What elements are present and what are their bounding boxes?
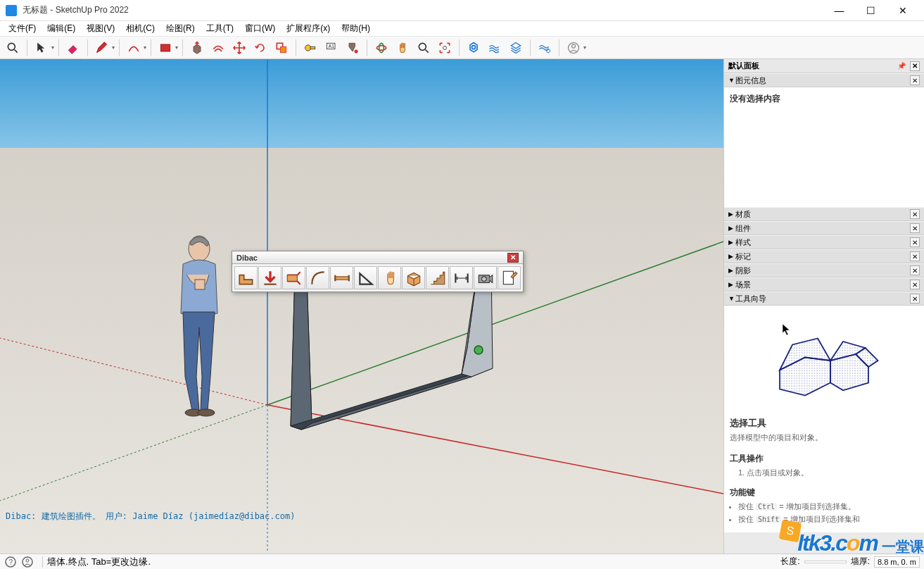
paint-tool[interactable] [343,38,362,58]
instructor-body: 选择工具 选择模型中的项目和对象。 工具操作 1. 点击项目或对象。 功能键 按… [724,306,924,532]
svg-text:A1: A1 [329,44,334,49]
svg-rect-2 [160,44,170,51]
close-button[interactable]: ✕ [887,0,918,21]
dibac-box-tool[interactable] [402,266,425,289]
zoom-extents-tool[interactable] [435,38,455,58]
tray-title[interactable]: 默认面板 📌 ✕ [724,59,924,73]
collapse-icon: ▶ [728,281,735,288]
orbit-tool[interactable] [372,38,391,58]
panel-header-entity[interactable]: ▼ 图元信息 ✕ [724,73,924,87]
select-dropdown-icon[interactable]: ▾ [51,44,54,51]
panel-close-entity[interactable]: ✕ [910,75,920,85]
menu-help[interactable]: 帮助(H) [336,21,376,36]
offset-tool[interactable] [208,38,228,58]
svg-point-0 [8,43,15,50]
svg-point-15 [472,45,476,49]
svg-point-11 [379,43,384,52]
user-icon[interactable] [564,38,583,58]
dibac-close-button[interactable]: ✕ [507,253,519,263]
window-title: 无标题 - SketchUp Pro 2022 [23,4,823,16]
panel-close-components[interactable]: ✕ [910,223,920,233]
scale-figure [181,236,217,416]
pencil-tool[interactable] [92,38,112,58]
scene-svg [0,59,723,554]
menu-edit[interactable]: 编辑(E) [42,21,81,36]
instructor-keys-title: 功能键 [730,487,918,499]
pushpull-tool[interactable] [187,38,207,58]
pin-icon[interactable]: 📌 [897,62,906,70]
tape-tool[interactable] [300,38,320,58]
panel-close-styles[interactable]: ✕ [910,237,920,247]
panel-header-instructor[interactable]: ▼ 工具向导 ✕ [724,292,924,306]
dibac-wall-tool[interactable] [234,266,258,289]
watermark: S ltk3.com 一堂课 [780,521,924,556]
panel-header-components[interactable]: ▶ 组件 ✕ [724,221,924,235]
panel-close-instructor[interactable]: ✕ [910,294,920,304]
menu-tools[interactable]: 工具(T) [201,21,239,36]
dibac-toolbar-title[interactable]: Dibac ✕ [232,251,523,264]
dibac-toolbar[interactable]: Dibac ✕ [232,251,524,292]
tray-close-button[interactable]: ✕ [910,61,920,71]
menu-window[interactable]: 窗口(W) [239,21,281,36]
thickness-field[interactable]: 8.8 m, 0. m [874,556,920,568]
rectangle-tool[interactable] [156,38,175,58]
dibac-dimension-tool[interactable] [450,266,473,289]
menu-camera[interactable]: 相机(C) [120,21,160,36]
svg-point-9 [355,49,358,53]
search-tool[interactable] [3,38,23,58]
dibac-down-arrow-tool[interactable] [258,266,281,289]
dibac-hand-tool[interactable] [378,266,401,289]
zoom-tool[interactable] [414,38,433,58]
rect-dropdown-icon[interactable]: ▾ [175,44,178,51]
panel-header-shadows[interactable]: ▶ 阴影 ✕ [724,263,924,277]
scale-tool[interactable] [272,38,291,58]
extension-wave-icon[interactable] [485,38,505,58]
menu-file[interactable]: 文件(F) [3,21,42,36]
extension-manager-icon[interactable] [464,38,483,58]
collapse-icon: ▶ [728,211,735,218]
pencil-dropdown-icon[interactable]: ▾ [112,44,115,51]
extension-layers-icon[interactable] [506,38,526,58]
dibac-edit-tool[interactable] [498,266,521,289]
minimize-button[interactable]: — [823,0,855,21]
dibac-angle-tool[interactable] [354,266,377,289]
pan-tool[interactable] [393,38,412,58]
arc-dropdown-icon[interactable]: ▾ [144,44,146,51]
svg-point-12 [419,43,426,50]
text-tool[interactable]: A1 [322,38,341,58]
maximize-button[interactable]: ☐ [855,0,887,21]
dibac-camera-tool[interactable] [474,266,497,289]
eraser-tool[interactable] [63,38,83,58]
help-icon[interactable]: ? [4,556,17,568]
svg-rect-4 [280,46,286,52]
rotate-tool[interactable] [251,38,270,58]
watermark-badge-icon: S [779,520,802,542]
viewport-3d[interactable]: Dibac ✕ Dibac: 建筑绘图插件。 用户: Jaime Díaz (j… [0,59,723,554]
panel-header-scenes[interactable]: ▶ 场景 ✕ [724,277,924,292]
panel-close-scenes[interactable]: ✕ [910,280,920,289]
dibac-beam-tool[interactable] [330,266,353,289]
user-dropdown-icon[interactable]: ▾ [583,44,586,51]
extension-gear-icon[interactable] [535,38,555,58]
panel-close-tags[interactable]: ✕ [910,251,920,261]
watermark-subtitle: 一堂课 [882,537,924,556]
menu-view[interactable]: 视图(V) [81,21,120,36]
panel-header-tags[interactable]: ▶ 标记 ✕ [724,249,924,263]
arc-tool[interactable] [124,38,144,58]
length-field[interactable] [804,561,847,563]
menu-extensions[interactable]: 扩展程序(x) [281,21,336,36]
select-tool[interactable] [32,38,51,58]
svg-point-18 [572,44,576,48]
panel-header-materials[interactable]: ▶ 材质 ✕ [724,207,924,221]
svg-line-22 [0,405,267,501]
panel-close-shadows[interactable]: ✕ [910,265,920,275]
menu-draw[interactable]: 绘图(R) [160,21,201,36]
panel-header-styles[interactable]: ▶ 样式 ✕ [724,235,924,249]
person-icon[interactable] [21,556,34,568]
svg-rect-33 [195,280,205,289]
dibac-stairs-tool[interactable] [426,266,449,289]
move-tool[interactable] [229,38,249,58]
dibac-parallel-tool[interactable] [282,266,305,289]
panel-close-materials[interactable]: ✕ [910,209,920,219]
dibac-arc-tool[interactable] [306,266,329,289]
